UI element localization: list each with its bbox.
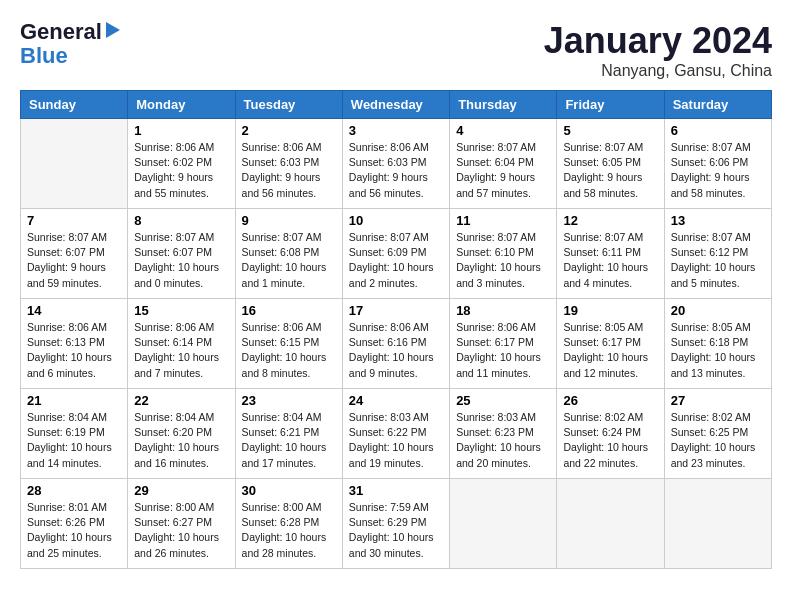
day-number: 20 [671, 303, 765, 318]
day-number: 15 [134, 303, 228, 318]
day-info: Sunrise: 7:59 AM Sunset: 6:29 PM Dayligh… [349, 500, 443, 561]
day-info: Sunrise: 8:02 AM Sunset: 6:24 PM Dayligh… [563, 410, 657, 471]
day-cell: 13Sunrise: 8:07 AM Sunset: 6:12 PM Dayli… [664, 209, 771, 299]
day-cell: 27Sunrise: 8:02 AM Sunset: 6:25 PM Dayli… [664, 389, 771, 479]
day-cell [450, 479, 557, 569]
day-info: Sunrise: 8:00 AM Sunset: 6:28 PM Dayligh… [242, 500, 336, 561]
day-info: Sunrise: 8:06 AM Sunset: 6:13 PM Dayligh… [27, 320, 121, 381]
day-cell: 15Sunrise: 8:06 AM Sunset: 6:14 PM Dayli… [128, 299, 235, 389]
day-info: Sunrise: 8:02 AM Sunset: 6:25 PM Dayligh… [671, 410, 765, 471]
day-info: Sunrise: 8:03 AM Sunset: 6:22 PM Dayligh… [349, 410, 443, 471]
day-number: 18 [456, 303, 550, 318]
day-cell: 20Sunrise: 8:05 AM Sunset: 6:18 PM Dayli… [664, 299, 771, 389]
day-cell: 7Sunrise: 8:07 AM Sunset: 6:07 PM Daylig… [21, 209, 128, 299]
day-number: 7 [27, 213, 121, 228]
day-cell: 11Sunrise: 8:07 AM Sunset: 6:10 PM Dayli… [450, 209, 557, 299]
day-info: Sunrise: 8:06 AM Sunset: 6:15 PM Dayligh… [242, 320, 336, 381]
day-info: Sunrise: 8:07 AM Sunset: 6:12 PM Dayligh… [671, 230, 765, 291]
day-number: 27 [671, 393, 765, 408]
header-saturday: Saturday [664, 91, 771, 119]
day-cell: 25Sunrise: 8:03 AM Sunset: 6:23 PM Dayli… [450, 389, 557, 479]
day-info: Sunrise: 8:05 AM Sunset: 6:18 PM Dayligh… [671, 320, 765, 381]
page-header: General Blue January 2024 Nanyang, Gansu… [20, 20, 772, 80]
day-info: Sunrise: 8:07 AM Sunset: 6:06 PM Dayligh… [671, 140, 765, 201]
day-cell: 19Sunrise: 8:05 AM Sunset: 6:17 PM Dayli… [557, 299, 664, 389]
header-sunday: Sunday [21, 91, 128, 119]
day-cell: 22Sunrise: 8:04 AM Sunset: 6:20 PM Dayli… [128, 389, 235, 479]
day-number: 2 [242, 123, 336, 138]
day-info: Sunrise: 8:07 AM Sunset: 6:05 PM Dayligh… [563, 140, 657, 201]
day-number: 30 [242, 483, 336, 498]
day-cell: 2Sunrise: 8:06 AM Sunset: 6:03 PM Daylig… [235, 119, 342, 209]
day-cell: 9Sunrise: 8:07 AM Sunset: 6:08 PM Daylig… [235, 209, 342, 299]
day-cell: 6Sunrise: 8:07 AM Sunset: 6:06 PM Daylig… [664, 119, 771, 209]
day-cell: 3Sunrise: 8:06 AM Sunset: 6:03 PM Daylig… [342, 119, 449, 209]
header-monday: Monday [128, 91, 235, 119]
day-info: Sunrise: 8:06 AM Sunset: 6:03 PM Dayligh… [242, 140, 336, 201]
day-number: 13 [671, 213, 765, 228]
day-cell: 31Sunrise: 7:59 AM Sunset: 6:29 PM Dayli… [342, 479, 449, 569]
header-thursday: Thursday [450, 91, 557, 119]
day-number: 3 [349, 123, 443, 138]
day-info: Sunrise: 8:04 AM Sunset: 6:19 PM Dayligh… [27, 410, 121, 471]
week-row-1: 1Sunrise: 8:06 AM Sunset: 6:02 PM Daylig… [21, 119, 772, 209]
day-number: 8 [134, 213, 228, 228]
calendar-header: SundayMondayTuesdayWednesdayThursdayFrid… [21, 91, 772, 119]
day-info: Sunrise: 8:00 AM Sunset: 6:27 PM Dayligh… [134, 500, 228, 561]
day-cell: 29Sunrise: 8:00 AM Sunset: 6:27 PM Dayli… [128, 479, 235, 569]
week-row-3: 14Sunrise: 8:06 AM Sunset: 6:13 PM Dayli… [21, 299, 772, 389]
logo-arrow-icon [106, 22, 120, 38]
title-block: January 2024 Nanyang, Gansu, China [544, 20, 772, 80]
day-number: 14 [27, 303, 121, 318]
day-number: 12 [563, 213, 657, 228]
day-cell [557, 479, 664, 569]
day-number: 6 [671, 123, 765, 138]
day-cell: 5Sunrise: 8:07 AM Sunset: 6:05 PM Daylig… [557, 119, 664, 209]
header-tuesday: Tuesday [235, 91, 342, 119]
day-info: Sunrise: 8:06 AM Sunset: 6:16 PM Dayligh… [349, 320, 443, 381]
week-row-4: 21Sunrise: 8:04 AM Sunset: 6:19 PM Dayli… [21, 389, 772, 479]
day-info: Sunrise: 8:07 AM Sunset: 6:07 PM Dayligh… [27, 230, 121, 291]
day-info: Sunrise: 8:06 AM Sunset: 6:14 PM Dayligh… [134, 320, 228, 381]
day-cell: 26Sunrise: 8:02 AM Sunset: 6:24 PM Dayli… [557, 389, 664, 479]
day-number: 22 [134, 393, 228, 408]
day-info: Sunrise: 8:07 AM Sunset: 6:10 PM Dayligh… [456, 230, 550, 291]
day-number: 11 [456, 213, 550, 228]
day-info: Sunrise: 8:04 AM Sunset: 6:21 PM Dayligh… [242, 410, 336, 471]
day-cell: 23Sunrise: 8:04 AM Sunset: 6:21 PM Dayli… [235, 389, 342, 479]
day-number: 9 [242, 213, 336, 228]
day-info: Sunrise: 8:05 AM Sunset: 6:17 PM Dayligh… [563, 320, 657, 381]
day-number: 4 [456, 123, 550, 138]
day-info: Sunrise: 8:04 AM Sunset: 6:20 PM Dayligh… [134, 410, 228, 471]
day-info: Sunrise: 8:07 AM Sunset: 6:08 PM Dayligh… [242, 230, 336, 291]
day-number: 25 [456, 393, 550, 408]
day-info: Sunrise: 8:01 AM Sunset: 6:26 PM Dayligh… [27, 500, 121, 561]
day-cell: 4Sunrise: 8:07 AM Sunset: 6:04 PM Daylig… [450, 119, 557, 209]
day-info: Sunrise: 8:07 AM Sunset: 6:11 PM Dayligh… [563, 230, 657, 291]
day-number: 21 [27, 393, 121, 408]
logo-blue: Blue [20, 44, 68, 68]
calendar-title: January 2024 [544, 20, 772, 62]
day-cell: 1Sunrise: 8:06 AM Sunset: 6:02 PM Daylig… [128, 119, 235, 209]
day-number: 31 [349, 483, 443, 498]
calendar-table: SundayMondayTuesdayWednesdayThursdayFrid… [20, 90, 772, 569]
day-info: Sunrise: 8:03 AM Sunset: 6:23 PM Dayligh… [456, 410, 550, 471]
calendar-subtitle: Nanyang, Gansu, China [544, 62, 772, 80]
day-cell: 18Sunrise: 8:06 AM Sunset: 6:17 PM Dayli… [450, 299, 557, 389]
day-number: 28 [27, 483, 121, 498]
logo-text: General [20, 20, 102, 44]
day-number: 17 [349, 303, 443, 318]
day-number: 23 [242, 393, 336, 408]
day-info: Sunrise: 8:06 AM Sunset: 6:17 PM Dayligh… [456, 320, 550, 381]
logo: General Blue [20, 20, 120, 68]
day-cell: 10Sunrise: 8:07 AM Sunset: 6:09 PM Dayli… [342, 209, 449, 299]
day-number: 26 [563, 393, 657, 408]
week-row-5: 28Sunrise: 8:01 AM Sunset: 6:26 PM Dayli… [21, 479, 772, 569]
day-number: 10 [349, 213, 443, 228]
day-number: 1 [134, 123, 228, 138]
day-cell: 14Sunrise: 8:06 AM Sunset: 6:13 PM Dayli… [21, 299, 128, 389]
day-cell: 16Sunrise: 8:06 AM Sunset: 6:15 PM Dayli… [235, 299, 342, 389]
day-cell [664, 479, 771, 569]
day-number: 16 [242, 303, 336, 318]
day-cell: 21Sunrise: 8:04 AM Sunset: 6:19 PM Dayli… [21, 389, 128, 479]
